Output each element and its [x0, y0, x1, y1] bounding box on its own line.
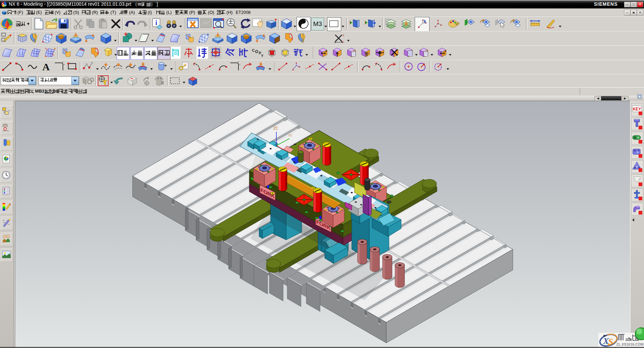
svg-text:C: C [252, 48, 255, 52]
svg-text:XC: XC [288, 133, 293, 138]
svg-text:ZC: ZC [273, 126, 278, 131]
svg-text:x: x [343, 33, 344, 37]
svg-text:KEY: KEY [633, 107, 641, 111]
svg-text:S: S [608, 337, 613, 347]
svg-text:x: x [343, 40, 344, 44]
svg-text:Y: Y [261, 54, 263, 58]
svg-text:i: i [155, 19, 157, 26]
svg-text:O: O [255, 49, 258, 54]
svg-text:A: A [42, 61, 50, 72]
